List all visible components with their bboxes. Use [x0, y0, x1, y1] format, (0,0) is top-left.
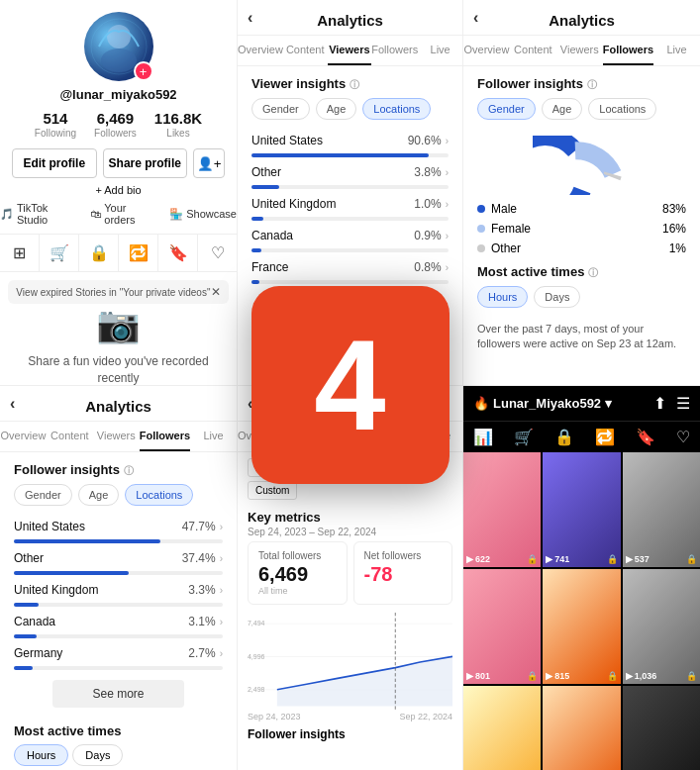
filter-f-age[interactable]: Age	[542, 98, 583, 120]
back-button[interactable]: ‹	[248, 9, 252, 27]
analytics-tabs: Overview Content Viewers Followers Live	[238, 36, 462, 66]
location-row: France 0.8% ›	[238, 254, 462, 280]
filter-gender[interactable]: Gender	[251, 98, 310, 120]
hours-btn-bl[interactable]: Hours	[14, 744, 68, 766]
gender-dot	[477, 225, 485, 233]
video-thumb[interactable]: ▶ 1,036 🔒	[623, 569, 700, 684]
hours-btn-right[interactable]: Hours	[477, 286, 528, 308]
tab-f-live[interactable]: Live	[653, 36, 700, 65]
filter-fl-locations[interactable]: Locations	[125, 484, 193, 506]
net-followers-label: Net followers	[364, 550, 443, 561]
days-btn-right[interactable]: Days	[534, 286, 580, 308]
avatar-add-button[interactable]: +	[134, 61, 153, 81]
see-more-button-2[interactable]: See more	[52, 680, 183, 708]
video-count: ▶ 815	[546, 671, 569, 681]
video-thumb[interactable]: ▶ 622 🔒	[463, 452, 541, 567]
location-name: United Kingdom	[251, 197, 336, 211]
big-number: 4	[314, 311, 385, 459]
tab-f-followers[interactable]: Followers	[603, 36, 653, 65]
analytics-icon[interactable]: 📊	[473, 428, 493, 446]
stories-close-icon[interactable]: ✕	[211, 285, 221, 299]
follower-insights-section: Follower insights	[238, 722, 462, 743]
heart-icon[interactable]: ♡	[198, 235, 237, 271]
add-bio-link[interactable]: + Add bio	[95, 184, 141, 196]
location-name: United States	[251, 134, 323, 147]
filter-f-gender[interactable]: Gender	[477, 98, 536, 120]
days-btn-bl[interactable]: Days	[72, 744, 123, 766]
profile-stats: 514 Following 6,469 Followers 116.8K Lik…	[35, 110, 202, 139]
tab-f-overview[interactable]: Overview	[463, 36, 510, 65]
chevron-down-icon: ▾	[605, 396, 612, 411]
stories-banner[interactable]: View expired Stories in "Your private vi…	[8, 280, 228, 304]
showcase-link[interactable]: 🏪 Showcase	[169, 202, 237, 226]
filter-age[interactable]: Age	[316, 98, 357, 120]
tab-f-viewers[interactable]: Viewers	[556, 36, 603, 65]
heart-tool-icon[interactable]: ♡	[676, 428, 690, 446]
filter-fl-gender[interactable]: Gender	[14, 484, 72, 506]
total-followers-sub: All time	[258, 586, 337, 596]
progress-bar-wrap	[14, 603, 223, 607]
video-thumb[interactable]: ▶ 538 🔒	[463, 686, 541, 770]
location-pct: 3.3% ›	[188, 583, 223, 597]
x-label-start: Sep 24, 2023	[248, 712, 301, 722]
tab-fl-viewers[interactable]: Viewers	[93, 422, 140, 451]
filter-f-locations[interactable]: Locations	[588, 98, 656, 120]
upload-icon[interactable]: ⬆	[653, 394, 666, 413]
video-thumb[interactable]: ▶ 741 🔒	[543, 452, 620, 567]
tab-overview[interactable]: Overview	[238, 36, 283, 65]
progress-bar	[14, 571, 129, 575]
location-name: Other	[251, 165, 281, 179]
video-thumb[interactable]: ▶ 537 🔒	[623, 452, 700, 567]
grid-icon[interactable]: ⊞	[0, 235, 40, 271]
tab-viewers[interactable]: Viewers	[328, 36, 372, 65]
analytics-header: ‹ Analytics	[238, 0, 462, 36]
location-row: Canada 0.9% ›	[238, 223, 462, 248]
video-thumb[interactable]: ▶ 1,368 🔒	[623, 686, 700, 770]
tab-fl-followers[interactable]: Followers	[140, 422, 190, 451]
progress-bar	[251, 153, 429, 157]
back-button-2[interactable]: ‹	[473, 9, 478, 27]
tab-live[interactable]: Live	[418, 36, 462, 65]
repost-tool-icon[interactable]: 🔁	[595, 428, 615, 446]
edit-profile-button[interactable]: Edit profile	[12, 148, 97, 178]
filter-locations[interactable]: Locations	[362, 98, 431, 120]
shop-icon[interactable]: 🛒	[40, 235, 79, 271]
tab-fl-content[interactable]: Content	[47, 422, 93, 451]
profile-buttons: Edit profile Share profile 👤+	[12, 148, 225, 178]
share-profile-button[interactable]: Share profile	[103, 148, 188, 178]
location-pct: 1.0% ›	[414, 197, 449, 211]
menu-icon[interactable]: ☰	[676, 394, 690, 413]
tiktok-studio-link[interactable]: 🎵 TikTok Studio	[0, 202, 76, 226]
bookmark-tool-icon[interactable]: 🔖	[636, 428, 655, 446]
video-lock-icon: 🔒	[686, 554, 697, 564]
orders-link[interactable]: 🛍 Your orders	[90, 202, 155, 226]
total-followers-card: Total followers 6,469 All time	[248, 541, 348, 605]
gender-pct: 16%	[662, 222, 686, 236]
progress-bar-wrap	[251, 185, 449, 189]
gender-row: Female 16%	[477, 219, 686, 239]
tab-fl-live[interactable]: Live	[190, 422, 237, 451]
svg-text:7,494: 7,494	[248, 619, 264, 627]
video-feed-panel: 🔥 Lunar_Miyako592 ▾ ⬆ ☰ 📊 🛒 🔒 🔁 🔖 ♡ ▶ 62…	[463, 386, 700, 770]
store-icon[interactable]: 🛒	[514, 428, 534, 446]
back-button-3[interactable]: ‹	[10, 395, 15, 413]
stat-following: 514 Following	[35, 110, 76, 139]
video-thumb[interactable]: ▶ 801 🔒	[463, 569, 541, 684]
tab-f-content[interactable]: Content	[510, 36, 556, 65]
video-thumb[interactable]: ▶ 1,912 🔒	[543, 686, 620, 770]
bookmark-icon[interactable]: 🔖	[158, 235, 198, 271]
total-followers-label: Total followers	[258, 550, 337, 561]
filter-fl-age[interactable]: Age	[78, 484, 120, 506]
add-user-button[interactable]: 👤+	[193, 148, 225, 178]
svg-text:2,498: 2,498	[248, 685, 264, 694]
tab-fl-overview[interactable]: Overview	[0, 422, 47, 451]
tab-content[interactable]: Content	[283, 36, 328, 65]
location-pct: 0.9% ›	[414, 229, 449, 242]
location-pct: 3.1% ›	[188, 615, 223, 628]
lock-icon[interactable]: 🔒	[79, 235, 119, 271]
location-pct: 90.6% ›	[408, 134, 449, 147]
video-thumb[interactable]: ▶ 815 🔒	[543, 569, 620, 684]
repost-icon[interactable]: 🔁	[119, 235, 158, 271]
tab-followers[interactable]: Followers	[371, 36, 418, 65]
lock-tool-icon[interactable]: 🔒	[554, 428, 574, 446]
